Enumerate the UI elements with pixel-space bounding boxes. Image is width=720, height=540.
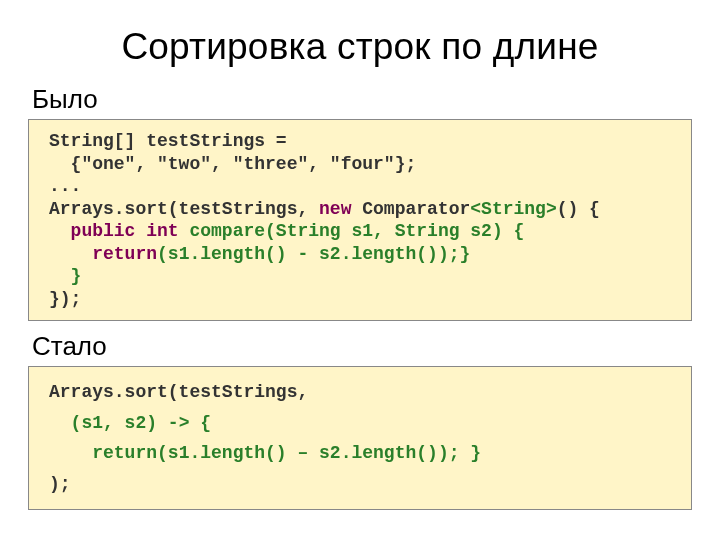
c1-l2: {"one", "two", "three", "four"}; — [49, 154, 416, 174]
c1-l5-kw: public int — [71, 221, 179, 241]
c2-l1: Arrays.sort(testStrings, — [49, 382, 308, 402]
c1-new: new — [319, 199, 351, 219]
c1-l4a: Arrays.sort(testStrings, — [49, 199, 319, 219]
c2-l4: ); — [49, 474, 71, 494]
code-after: Arrays.sort(testStrings, (s1, s2) -> { r… — [28, 366, 692, 510]
c1-l4b: Comparator — [351, 199, 470, 219]
c1-l4c: () { — [557, 199, 600, 219]
c1-l3: ... — [49, 176, 81, 196]
c1-l6-rest: (s1.length() - s2.length());} — [157, 244, 470, 264]
c1-l6-kw: return — [92, 244, 157, 264]
label-after: Стало — [32, 331, 692, 362]
c1-l5-rest: compare(String s1, String s2) { — [179, 221, 525, 241]
code-before: String[] testStrings = {"one", "two", "t… — [28, 119, 692, 321]
c2-l2: (s1, s2) -> { — [71, 413, 211, 433]
slide-root: Сортировка строк по длине Было String[] … — [0, 0, 720, 540]
c1-l7: } — [49, 266, 81, 286]
slide-title: Сортировка строк по длине — [28, 26, 692, 68]
c1-l5-ind — [49, 221, 71, 241]
c2-l2-ind — [49, 413, 71, 433]
label-before: Было — [32, 84, 692, 115]
c2-l3-ind — [49, 443, 92, 463]
c1-l1: String[] testStrings = — [49, 131, 297, 151]
c1-gen: <String> — [470, 199, 556, 219]
c1-l6-ind — [49, 244, 92, 264]
c1-l8: }); — [49, 289, 81, 309]
c2-l3: return(s1.length() – s2.length()); } — [92, 443, 481, 463]
